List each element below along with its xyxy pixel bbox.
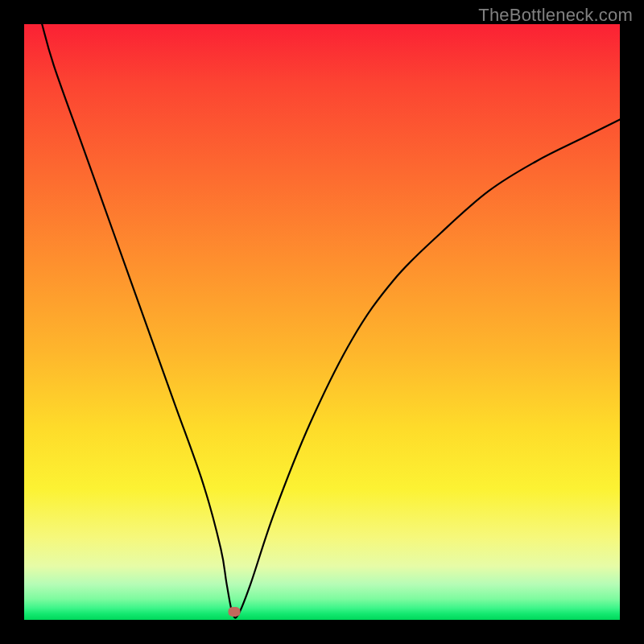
attribution-text: TheBottleneck.com <box>478 5 633 26</box>
plot-area <box>24 24 620 620</box>
curve-path <box>42 24 620 618</box>
bottleneck-curve <box>24 24 620 620</box>
minimum-marker <box>229 607 241 617</box>
chart-frame: TheBottleneck.com <box>0 0 644 644</box>
